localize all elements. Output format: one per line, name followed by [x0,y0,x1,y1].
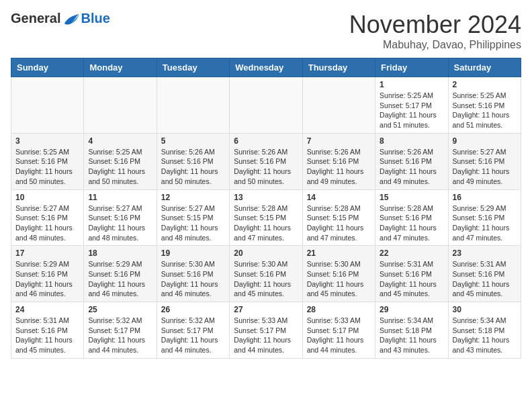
calendar-day-cell: 22Sunrise: 5:31 AM Sunset: 5:16 PM Dayli… [375,246,448,302]
calendar-day-cell: 25Sunrise: 5:32 AM Sunset: 5:17 PM Dayli… [84,302,157,359]
location: Mabuhay, Davao, Philippines [349,39,521,51]
day-info: Sunrise: 5:27 AM Sunset: 5:16 PM Dayligh… [15,203,79,243]
day-number: 28 [307,305,371,314]
calendar-day-cell: 12Sunrise: 5:27 AM Sunset: 5:15 PM Dayli… [157,189,229,246]
calendar-day-cell [230,77,302,134]
day-info: Sunrise: 5:26 AM Sunset: 5:16 PM Dayligh… [234,147,298,187]
day-info: Sunrise: 5:29 AM Sunset: 5:16 PM Dayligh… [88,259,152,299]
day-info: Sunrise: 5:27 AM Sunset: 5:15 PM Dayligh… [161,203,225,243]
calendar-day-cell: 23Sunrise: 5:31 AM Sunset: 5:16 PM Dayli… [448,246,521,302]
day-info: Sunrise: 5:27 AM Sunset: 5:16 PM Dayligh… [453,147,517,187]
day-number: 2 [453,80,517,89]
day-info: Sunrise: 5:28 AM Sunset: 5:15 PM Dayligh… [307,203,371,243]
day-info: Sunrise: 5:28 AM Sunset: 5:16 PM Dayligh… [380,203,443,243]
calendar-day-header: Monday [84,58,157,77]
calendar-day-cell: 21Sunrise: 5:30 AM Sunset: 5:16 PM Dayli… [302,246,375,302]
day-info: Sunrise: 5:26 AM Sunset: 5:16 PM Dayligh… [307,147,371,187]
day-number: 11 [88,193,152,202]
day-number: 22 [380,248,443,258]
calendar-week-row: 1Sunrise: 5:25 AM Sunset: 5:17 PM Daylig… [11,77,521,134]
calendar-day-cell: 24Sunrise: 5:31 AM Sunset: 5:16 PM Dayli… [11,302,84,359]
month-title: November 2024 [349,11,521,39]
day-number: 9 [453,136,517,146]
calendar-day-cell: 4Sunrise: 5:25 AM Sunset: 5:16 PM Daylig… [84,133,157,189]
day-info: Sunrise: 5:31 AM Sunset: 5:16 PM Dayligh… [380,259,443,299]
day-number: 18 [88,248,152,258]
day-info: Sunrise: 5:26 AM Sunset: 5:16 PM Dayligh… [380,147,443,187]
logo-general: General [11,11,60,26]
day-info: Sunrise: 5:34 AM Sunset: 5:18 PM Dayligh… [453,316,517,355]
day-info: Sunrise: 5:30 AM Sunset: 5:16 PM Dayligh… [307,259,371,299]
calendar-day-cell: 18Sunrise: 5:29 AM Sunset: 5:16 PM Dayli… [84,246,157,302]
day-info: Sunrise: 5:34 AM Sunset: 5:18 PM Dayligh… [380,316,443,355]
day-number: 4 [88,136,152,146]
day-number: 29 [380,305,443,314]
calendar-day-cell: 7Sunrise: 5:26 AM Sunset: 5:16 PM Daylig… [302,133,375,189]
day-number: 19 [161,248,225,258]
calendar-day-cell [157,77,229,134]
calendar-day-cell [11,77,84,134]
calendar-day-cell: 3Sunrise: 5:25 AM Sunset: 5:16 PM Daylig… [11,133,84,189]
calendar-day-cell: 13Sunrise: 5:28 AM Sunset: 5:15 PM Dayli… [230,189,302,246]
day-number: 15 [380,193,443,202]
day-info: Sunrise: 5:26 AM Sunset: 5:16 PM Dayligh… [161,147,225,187]
day-number: 12 [161,193,225,202]
calendar-day-cell: 6Sunrise: 5:26 AM Sunset: 5:16 PM Daylig… [230,133,302,189]
calendar-day-cell: 20Sunrise: 5:30 AM Sunset: 5:16 PM Dayli… [230,246,302,302]
day-number: 8 [380,136,443,146]
calendar-day-header: Tuesday [157,58,229,77]
day-number: 20 [234,248,298,258]
calendar-week-row: 24Sunrise: 5:31 AM Sunset: 5:16 PM Dayli… [11,302,521,359]
calendar-day-cell: 11Sunrise: 5:27 AM Sunset: 5:16 PM Dayli… [84,189,157,246]
calendar-day-header: Friday [375,58,448,77]
day-number: 3 [15,136,79,146]
day-number: 6 [234,136,298,146]
logo-blue: Blue [81,11,109,26]
calendar-day-header: Wednesday [230,58,302,77]
day-info: Sunrise: 5:31 AM Sunset: 5:16 PM Dayligh… [453,259,517,299]
logo-bird-icon [62,11,81,26]
calendar-day-cell: 19Sunrise: 5:30 AM Sunset: 5:16 PM Dayli… [157,246,229,302]
calendar-week-row: 17Sunrise: 5:29 AM Sunset: 5:16 PM Dayli… [11,246,521,302]
day-info: Sunrise: 5:30 AM Sunset: 5:16 PM Dayligh… [234,259,298,299]
day-info: Sunrise: 5:25 AM Sunset: 5:16 PM Dayligh… [15,147,79,187]
calendar-day-cell: 29Sunrise: 5:34 AM Sunset: 5:18 PM Dayli… [375,302,448,359]
calendar-day-cell: 27Sunrise: 5:33 AM Sunset: 5:17 PM Dayli… [230,302,302,359]
calendar-day-cell: 5Sunrise: 5:26 AM Sunset: 5:16 PM Daylig… [157,133,229,189]
calendar-day-cell: 17Sunrise: 5:29 AM Sunset: 5:16 PM Dayli… [11,246,84,302]
day-info: Sunrise: 5:25 AM Sunset: 5:16 PM Dayligh… [453,91,517,130]
day-number: 27 [234,305,298,314]
calendar-day-cell: 14Sunrise: 5:28 AM Sunset: 5:15 PM Dayli… [302,189,375,246]
day-number: 14 [307,193,371,202]
day-number: 25 [88,305,152,314]
calendar-day-header: Thursday [302,58,375,77]
calendar-day-cell: 1Sunrise: 5:25 AM Sunset: 5:17 PM Daylig… [375,77,448,134]
calendar-day-cell: 28Sunrise: 5:33 AM Sunset: 5:17 PM Dayli… [302,302,375,359]
calendar-day-cell: 8Sunrise: 5:26 AM Sunset: 5:16 PM Daylig… [375,133,448,189]
day-number: 23 [453,248,517,258]
calendar-table: SundayMondayTuesdayWednesdayThursdayFrid… [11,58,521,359]
day-number: 24 [15,305,79,314]
day-info: Sunrise: 5:33 AM Sunset: 5:17 PM Dayligh… [307,316,371,355]
day-info: Sunrise: 5:25 AM Sunset: 5:16 PM Dayligh… [88,147,152,187]
title-section: November 2024 Mabuhay, Davao, Philippine… [349,11,521,51]
day-info: Sunrise: 5:25 AM Sunset: 5:17 PM Dayligh… [380,91,443,130]
calendar-day-cell: 26Sunrise: 5:32 AM Sunset: 5:17 PM Dayli… [157,302,229,359]
calendar-day-cell [302,77,375,134]
day-number: 13 [234,193,298,202]
calendar-day-cell: 9Sunrise: 5:27 AM Sunset: 5:16 PM Daylig… [448,133,521,189]
day-number: 1 [380,80,443,89]
day-number: 5 [161,136,225,146]
calendar-day-cell: 2Sunrise: 5:25 AM Sunset: 5:16 PM Daylig… [448,77,521,134]
calendar-day-cell: 30Sunrise: 5:34 AM Sunset: 5:18 PM Dayli… [448,302,521,359]
logo: General Blue [11,11,110,26]
calendar-week-row: 10Sunrise: 5:27 AM Sunset: 5:16 PM Dayli… [11,189,521,246]
page-header: General Blue November 2024 Mabuhay, Dava… [11,11,521,51]
day-info: Sunrise: 5:30 AM Sunset: 5:16 PM Dayligh… [161,259,225,299]
day-info: Sunrise: 5:32 AM Sunset: 5:17 PM Dayligh… [88,316,152,355]
calendar-header-row: SundayMondayTuesdayWednesdayThursdayFrid… [11,58,521,77]
day-info: Sunrise: 5:29 AM Sunset: 5:16 PM Dayligh… [453,203,517,243]
calendar-day-cell: 10Sunrise: 5:27 AM Sunset: 5:16 PM Dayli… [11,189,84,246]
day-info: Sunrise: 5:27 AM Sunset: 5:16 PM Dayligh… [88,203,152,243]
calendar-week-row: 3Sunrise: 5:25 AM Sunset: 5:16 PM Daylig… [11,133,521,189]
